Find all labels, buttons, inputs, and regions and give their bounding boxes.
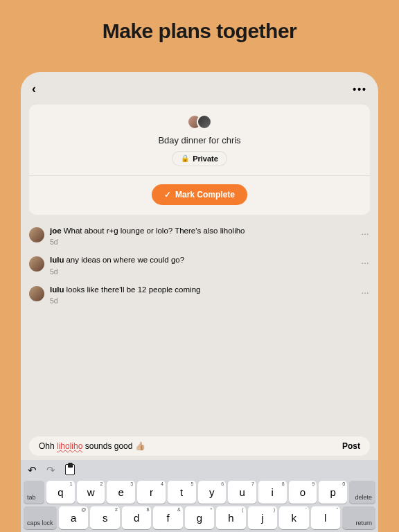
comment-row: lululooks like there'll be 12 people com… [29, 281, 370, 310]
key-o[interactable]: 9o [289, 481, 317, 504]
clipboard-icon[interactable] [65, 464, 75, 475]
comment-more-icon[interactable]: … [361, 285, 370, 296]
key-p[interactable]: 0p [319, 481, 347, 504]
key-f[interactable]: &f [153, 506, 182, 529]
undo-icon[interactable]: ↶ [28, 464, 37, 477]
comment-text: What about r+g lounge or lolo? There's a… [64, 227, 245, 235]
key-e[interactable]: 3e [107, 481, 135, 504]
key-d[interactable]: $d [122, 506, 151, 529]
plan-card: Bday dinner for chris 🔒 Private ✓ Mark C… [29, 105, 370, 215]
keyboard: tab1q2w3e4r5t6y7u8i9o0pdelete caps lock@… [21, 478, 378, 532]
comment-time: 5d [50, 296, 355, 305]
hero-title: Make plans together [0, 0, 399, 60]
key-j[interactable]: )j [248, 506, 277, 529]
mark-complete-button[interactable]: ✓ Mark Complete [152, 184, 247, 205]
comments-list: joeWhat about r+g lounge or lolo? There'… [21, 215, 378, 310]
comment-text: any ideas on where we could go? [66, 256, 184, 264]
keyboard-toolbar: ↶ ↷ [21, 460, 378, 478]
avatar [29, 256, 44, 272]
key-r[interactable]: 4r [137, 481, 166, 504]
redo-icon[interactable]: ↷ [46, 464, 55, 477]
avatar [197, 114, 212, 130]
back-button[interactable]: ‹ [32, 82, 36, 96]
member-avatars [36, 114, 363, 130]
key-l[interactable]: "l [311, 506, 340, 529]
key-y[interactable]: 6y [198, 481, 227, 504]
comment-row: luluany ideas on where we could go?5d… [29, 251, 370, 281]
check-icon: ✓ [164, 190, 171, 200]
post-button[interactable]: Post [342, 441, 360, 451]
lock-icon: 🔒 [181, 154, 189, 162]
privacy-pill[interactable]: 🔒 Private [172, 152, 227, 166]
plan-title: Bday dinner for chris [36, 135, 363, 145]
key-k[interactable]: 'k [279, 506, 308, 529]
caps-lock-key[interactable]: caps lock [24, 506, 57, 529]
spellcheck-word[interactable]: liholiho [57, 441, 82, 451]
comment-user: lulu [50, 285, 64, 294]
privacy-label: Private [193, 154, 218, 163]
return-key[interactable]: return [342, 506, 375, 529]
comment-user: lulu [50, 256, 64, 264]
key-w[interactable]: 2w [77, 481, 105, 504]
compose-input[interactable]: Ohh liholiho sounds good 👍🏼 [39, 441, 342, 451]
key-g[interactable]: *g [185, 506, 214, 529]
key-s[interactable]: #s [90, 506, 119, 529]
comment-more-icon[interactable]: … [361, 255, 370, 266]
key-q[interactable]: 1q [46, 481, 75, 504]
comment-text: looks like there'll be 12 people coming [66, 285, 200, 294]
key-h[interactable]: (h [216, 506, 245, 529]
complete-label: Mark Complete [175, 190, 235, 200]
compose-bar[interactable]: Ohh liholiho sounds good 👍🏼 Post [29, 436, 370, 456]
avatar [29, 286, 44, 301]
comment-more-icon[interactable]: … [361, 226, 370, 237]
top-bar: ‹ ••• [21, 72, 378, 102]
tab-key[interactable]: tab [24, 481, 44, 504]
key-u[interactable]: 7u [228, 481, 256, 504]
comment-user: joe [50, 227, 62, 235]
comment-time: 5d [50, 267, 355, 276]
key-i[interactable]: 8i [258, 481, 287, 504]
comment-time: 5d [50, 237, 355, 247]
comment-row: joeWhat about r+g lounge or lolo? There'… [29, 222, 370, 251]
divider [29, 175, 370, 176]
delete-key[interactable]: delete [349, 481, 375, 504]
key-t[interactable]: 5t [168, 481, 196, 504]
device-frame: ‹ ••• Bday dinner for chris 🔒 Private ✓ … [21, 72, 378, 532]
more-button[interactable]: ••• [353, 84, 367, 95]
key-a[interactable]: @a [59, 506, 88, 529]
avatar [29, 227, 44, 242]
